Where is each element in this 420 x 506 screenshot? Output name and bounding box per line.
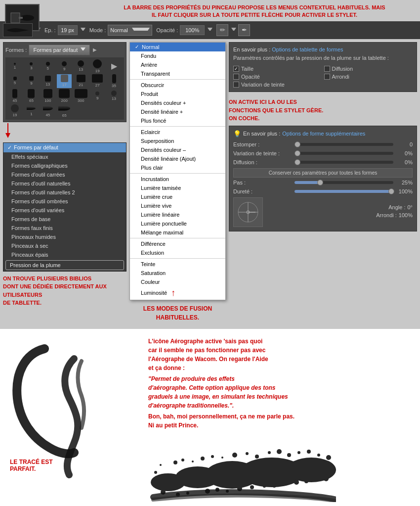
brush-grid-expand[interactable]: ▶: [107, 59, 122, 73]
formes-item-5[interactable]: Formes d'outil ombrées: [3, 197, 126, 206]
brush-cell-35[interactable]: 35: [107, 74, 122, 88]
mode-item-transparent[interactable]: Transparent: [130, 69, 225, 78]
slider-estomper-thumb[interactable]: [294, 141, 300, 147]
brush-cell-65[interactable]: 65: [24, 89, 39, 103]
checkbox-diffusion[interactable]: [324, 66, 330, 72]
mode-item-teinte[interactable]: Teinte: [130, 260, 225, 269]
mode-item-couleur[interactable]: Couleur: [130, 277, 225, 286]
formes-item-11[interactable]: Pinceaux épais: [3, 250, 126, 259]
mode-item-arriere[interactable]: Arrière: [130, 60, 225, 69]
mode-item-luminosite[interactable]: Luminosité ↑: [130, 286, 225, 300]
ep-input[interactable]: [58, 25, 78, 35]
formes-item-8[interactable]: Formes faux finis: [3, 224, 126, 232]
brush-cell-1[interactable]: 1: [7, 59, 22, 73]
svg-point-17: [173, 460, 177, 464]
slider-diffusion-track[interactable]: [294, 161, 393, 164]
brush-cell-65b[interactable]: 65: [57, 104, 72, 118]
mode-item-plusclair[interactable]: Plus clair: [130, 163, 225, 172]
mode-item-produit[interactable]: Produit: [130, 90, 225, 98]
checkbox-taille[interactable]: [233, 66, 239, 72]
ep-dropdown-arrow[interactable]: [81, 28, 85, 33]
brush-cell-200[interactable]: 200: [57, 89, 72, 103]
mode-item-plusfonce[interactable]: Plus foncé: [130, 116, 225, 125]
slider-variation-track[interactable]: [294, 152, 393, 155]
brush-cell-13b[interactable]: 13: [41, 74, 55, 88]
checkbox-arrondi[interactable]: [324, 74, 330, 80]
formes-item-3[interactable]: Formes d'outil naturelles: [3, 179, 126, 188]
airbrush-icon[interactable]: ✒: [238, 24, 250, 36]
mode-dropdown-btn[interactable]: Normal: [108, 25, 152, 36]
slider-pas-track[interactable]: [294, 181, 393, 184]
formes-item-1[interactable]: Formes calligraphiques: [3, 161, 126, 170]
mode-item-difference[interactable]: Différence: [130, 239, 225, 248]
checkbox-opacite[interactable]: [233, 74, 239, 80]
mode-item-denslin+[interactable]: Densité linéaire +: [130, 107, 225, 116]
brush-cell-9[interactable]: 9: [57, 59, 72, 73]
forme-options-link[interactable]: Options de forme supplémentaires: [282, 131, 365, 137]
pen-dropdown-arrow[interactable]: [231, 28, 236, 33]
mode-item-melangmax[interactable]: Mélange maximal: [130, 228, 225, 237]
opacity-input[interactable]: [180, 25, 205, 35]
mode-item-lumlineaire[interactable]: Lumière linéaire: [130, 210, 225, 219]
brush-category-btn[interactable]: Formes par défaut: [29, 45, 90, 55]
slider-estomper-track[interactable]: [294, 143, 393, 146]
mode-item-normal[interactable]: Normal: [130, 43, 225, 51]
brush-cell-5[interactable]: 5: [41, 59, 55, 73]
mode-item-saturation[interactable]: Saturation: [130, 269, 225, 277]
expand-arrow[interactable]: ▶: [92, 46, 98, 53]
formes-item-10[interactable]: Pinceaux à sec: [3, 241, 126, 250]
formes-item-9[interactable]: Pinceaux humides: [3, 232, 126, 241]
checkbox-variation[interactable]: [233, 82, 239, 88]
brush-cell-27[interactable]: 27: [90, 74, 105, 88]
brush-cell-100[interactable]: 100: [41, 89, 55, 103]
opacity-dropdown-arrow[interactable]: [208, 28, 212, 33]
slider-durete-track[interactable]: [294, 190, 393, 193]
mode-item-lumtamisee[interactable]: Lumière tamisée: [130, 184, 225, 192]
mode-item-superposition[interactable]: Superposition: [130, 137, 225, 145]
mode-item-lumcrue[interactable]: Lumière crue: [130, 192, 225, 201]
option-opacite: Opacité: [233, 74, 322, 80]
brush-cell-19[interactable]: 19: [90, 59, 105, 73]
brush-cell-9b[interactable]: 9: [24, 74, 39, 88]
conserver-btn[interactable]: Conserver ces paramètres pour toutes les…: [233, 168, 413, 178]
mode-item-denscouleur+[interactable]: Densités couleur +: [130, 98, 225, 107]
tablet-link[interactable]: Options de tablette de formes: [272, 46, 343, 52]
tablet-pen-icon[interactable]: ✏: [216, 24, 228, 36]
slider-durete-thumb[interactable]: [388, 188, 394, 194]
bottom-right: L'icône Aérographe active 'sais pas quoi…: [148, 334, 415, 502]
formes-item-4[interactable]: Formes d'outil naturelles 2: [3, 188, 126, 197]
brush-cell-45b[interactable]: 45: [41, 104, 55, 118]
slider-pas-thumb[interactable]: [317, 180, 323, 185]
formes-item-7[interactable]: Formes de base: [3, 215, 126, 224]
brush-cell-13c[interactable]: 13: [107, 89, 122, 103]
mode-item-lumponctu[interactable]: Lumière ponctuelle: [130, 219, 225, 228]
formes-item-12[interactable]: Pression de la plume: [5, 260, 124, 270]
brush-cell-300[interactable]: 300: [74, 89, 88, 103]
mode-item-lumvive[interactable]: Lumière vive: [130, 201, 225, 210]
mode-item-denscouleur-[interactable]: Densités couleur –: [130, 145, 225, 154]
mode-item-exclusion[interactable]: Exclusion: [130, 248, 225, 257]
slider-variation-thumb[interactable]: [294, 150, 300, 156]
mode-item-denslinadd[interactable]: Densité linéaire (Ajout): [130, 154, 225, 163]
mode-item-incrustation[interactable]: Incrustation: [130, 175, 225, 184]
angle-arrondi-values: Angle : 0° Arrondi : 100%: [268, 204, 413, 220]
brush-cell-21[interactable]: 21: [74, 74, 88, 88]
formes-item-6[interactable]: Formes d'outil variées: [3, 206, 126, 215]
mode-item-fondu[interactable]: Fondu: [130, 51, 225, 60]
brush-cell-9c[interactable]: 9: [90, 89, 105, 103]
brush-cell-19c[interactable]: 19: [7, 104, 22, 118]
formes-item-0[interactable]: Effets spéciaux: [3, 152, 126, 161]
mode-item-obscurcir[interactable]: Obscurcir: [130, 81, 225, 90]
mode-item-eclaircir[interactable]: Eclaircir: [130, 128, 225, 137]
slider-diffusion-thumb[interactable]: [294, 159, 300, 165]
brush-cell-13[interactable]: 13: [74, 59, 88, 73]
formes-item-2[interactable]: Formes d'outil carrées: [3, 170, 126, 179]
brush-cell-17[interactable]: 17: [57, 74, 72, 88]
brush-cell-1c[interactable]: 1: [24, 104, 39, 118]
svg-point-21: [211, 455, 214, 458]
brush-cell-5b[interactable]: 5: [7, 74, 22, 88]
brush-cell-3[interactable]: 3: [24, 59, 39, 73]
formes-list-header[interactable]: ✓ Formes par défaut: [3, 143, 126, 152]
brush-cell-45[interactable]: 45: [7, 89, 22, 103]
brush-icon[interactable]: [3, 23, 33, 37]
